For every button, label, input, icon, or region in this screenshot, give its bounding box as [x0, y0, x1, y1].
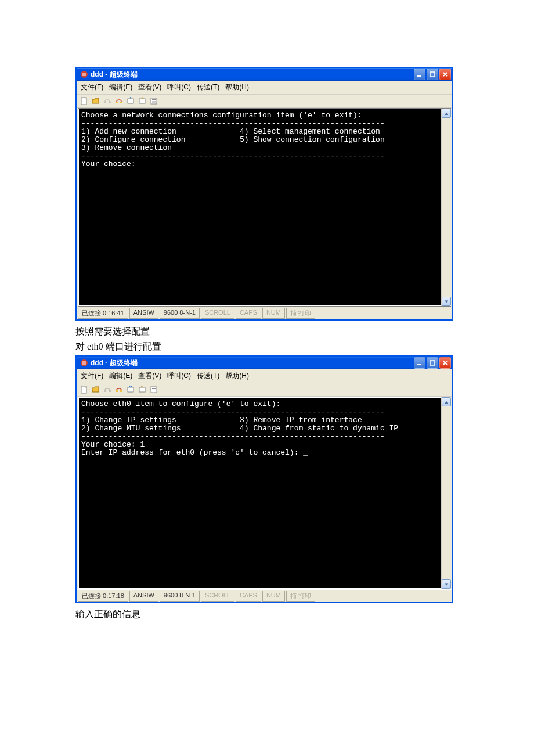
svg-rect-1	[82, 73, 86, 76]
svg-rect-27	[152, 388, 156, 389]
minimize-button[interactable]	[414, 69, 425, 80]
hyperterminal-window-2: ddd - 超级终端 文件(F) 编辑(E) 查看(V) 呼叫(C) 传送(T)…	[75, 355, 453, 603]
terminal-line: 1) Add new connection 4) Select manageme…	[81, 127, 380, 136]
svg-rect-20	[104, 390, 106, 392]
titlebar[interactable]: ddd - 超级终端	[77, 68, 452, 81]
terminal-line: ----------------------------------------…	[81, 408, 385, 416]
connect-icon[interactable]	[102, 96, 113, 106]
scroll-down-icon[interactable]: ▼	[442, 297, 451, 306]
menubar: 文件(F) 编辑(E) 查看(V) 呼叫(C) 传送(T) 帮助(H)	[77, 81, 452, 95]
receive-icon[interactable]	[137, 96, 147, 106]
menubar: 文件(F) 编辑(E) 查看(V) 呼叫(C) 传送(T) 帮助(H)	[77, 369, 452, 383]
status-num: NUM	[262, 308, 285, 319]
status-scroll: SCROLL	[201, 591, 234, 602]
send-icon[interactable]	[125, 384, 136, 395]
toolbar	[77, 95, 452, 108]
window-controls	[414, 69, 451, 80]
vertical-scrollbar[interactable]: ▲ ▼	[441, 397, 451, 589]
svg-rect-23	[120, 390, 122, 392]
svg-rect-5	[104, 102, 106, 103]
svg-rect-17	[417, 364, 421, 365]
statusbar: 已连接 0:17:18 ANSIW 9600 8-N-1 SCROLL CAPS…	[77, 589, 452, 602]
window-controls	[414, 357, 451, 369]
terminal-line: 2) Configure connection 5) Show connecti…	[81, 135, 385, 144]
properties-icon[interactable]	[149, 96, 159, 106]
status-caps: CAPS	[236, 308, 261, 319]
disconnect-icon[interactable]	[114, 384, 124, 395]
disconnect-icon[interactable]	[114, 96, 124, 106]
send-icon[interactable]	[125, 96, 136, 106]
svg-rect-12	[152, 99, 156, 100]
maximize-button[interactable]	[427, 357, 438, 369]
menu-help[interactable]: 帮助(H)	[223, 370, 251, 381]
scroll-up-icon[interactable]: ▲	[442, 109, 451, 118]
menu-view[interactable]: 查看(V)	[136, 82, 163, 93]
terminal-line: 1) Change IP settings 3) Remove IP from …	[81, 416, 362, 424]
menu-transfer[interactable]: 传送(T)	[195, 370, 221, 381]
status-num: NUM	[262, 591, 285, 602]
properties-icon[interactable]	[149, 384, 159, 395]
status-connection: 已连接 0:17:18	[78, 591, 128, 602]
terminal-output[interactable]: Choose eth0 item to configure ('e' to ex…	[78, 397, 451, 589]
terminal-line: 2) Change MTU settings 4) Change from st…	[81, 424, 398, 433]
new-icon[interactable]	[79, 96, 89, 106]
svg-rect-14	[152, 102, 156, 103]
terminal-line: ----------------------------------------…	[81, 119, 385, 128]
vertical-scrollbar[interactable]: ▲ ▼	[441, 109, 451, 306]
svg-rect-28	[152, 390, 156, 390]
svg-rect-2	[417, 75, 421, 77]
app-icon	[80, 70, 88, 78]
close-button[interactable]	[439, 69, 451, 80]
open-icon[interactable]	[91, 96, 101, 106]
menu-help[interactable]: 帮助(H)	[223, 82, 251, 93]
minimize-button[interactable]	[414, 357, 425, 369]
menu-view[interactable]: 查看(V)	[136, 370, 163, 381]
status-caps: CAPS	[236, 591, 261, 602]
scroll-up-icon[interactable]: ▲	[442, 397, 451, 406]
window-title: ddd - 超级终端	[91, 70, 414, 80]
terminal-line: Choose a network connections configurati…	[81, 111, 362, 120]
terminal-line: Choose eth0 item to configure ('e' to ex…	[81, 399, 280, 408]
caption-text: 对 eth0 端口进行配置	[75, 340, 459, 353]
new-icon[interactable]	[79, 384, 89, 395]
svg-rect-21	[109, 390, 111, 392]
menu-transfer[interactable]: 传送(T)	[195, 82, 221, 93]
menu-file[interactable]: 文件(F)	[79, 370, 105, 381]
svg-rect-18	[430, 361, 435, 365]
status-scroll: SCROLL	[201, 308, 234, 319]
svg-rect-7	[116, 102, 118, 103]
titlebar[interactable]: ddd - 超级终端	[77, 357, 452, 369]
maximize-button[interactable]	[427, 69, 438, 80]
menu-call[interactable]: 呼叫(C)	[165, 370, 193, 381]
close-button[interactable]	[439, 357, 451, 369]
status-terminal-type: ANSIW	[129, 308, 158, 319]
receive-icon[interactable]	[137, 384, 147, 395]
svg-rect-24	[128, 387, 134, 392]
terminal-prompt: Your choice: _	[81, 160, 145, 168]
menu-edit[interactable]: 编辑(E)	[107, 82, 134, 93]
terminal-area: Choose eth0 item to configure ('e' to ex…	[77, 397, 452, 589]
caption-text: 输入正确的信息	[75, 608, 459, 621]
svg-rect-10	[139, 99, 145, 103]
menu-call[interactable]: 呼叫(C)	[165, 82, 193, 93]
window-title: ddd - 超级终端	[91, 358, 414, 368]
menu-file[interactable]: 文件(F)	[79, 82, 105, 93]
terminal-line: ----------------------------------------…	[81, 432, 385, 441]
scroll-down-icon[interactable]: ▼	[442, 579, 451, 589]
terminal-output[interactable]: Choose a network connections configurati…	[78, 109, 451, 306]
menu-edit[interactable]: 编辑(E)	[107, 370, 134, 381]
svg-rect-3	[430, 72, 435, 77]
open-icon[interactable]	[91, 384, 101, 395]
terminal-line: Your choice: 1	[81, 440, 145, 449]
svg-rect-6	[109, 102, 111, 103]
status-print: 捕 打印	[286, 591, 315, 602]
connect-icon[interactable]	[102, 384, 113, 395]
statusbar: 已连接 0:16:41 ANSIW 9600 8-N-1 SCROLL CAPS…	[77, 307, 452, 319]
terminal-line: ----------------------------------------…	[81, 152, 385, 160]
terminal-area: Choose a network connections configurati…	[77, 108, 452, 307]
hyperterminal-window-1: ddd - 超级终端 文件(F) 编辑(E) 查看(V) 呼叫(C) 传送(T)…	[75, 67, 453, 321]
status-params: 9600 8-N-1	[160, 591, 200, 602]
toolbar	[77, 383, 452, 397]
svg-rect-8	[120, 102, 122, 103]
status-params: 9600 8-N-1	[160, 308, 200, 319]
